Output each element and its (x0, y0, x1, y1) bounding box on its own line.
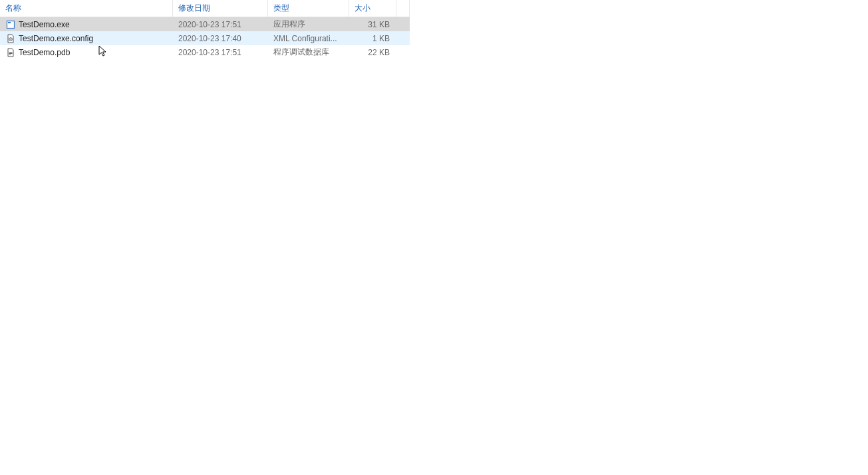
pdb-file-icon (5, 47, 16, 58)
file-row[interactable]: TestDemo.exe 2020-10-23 17:51 应用程序 31 KB (0, 17, 410, 31)
file-date-cell: 2020-10-23 17:51 (173, 45, 268, 59)
file-name-label: TestDemo.exe (19, 20, 70, 29)
file-type-cell: XML Configurati... (268, 31, 349, 45)
column-header-type[interactable]: 类型 (268, 0, 349, 17)
file-name-cell: TestDemo.pdb (0, 45, 173, 59)
config-file-icon (5, 33, 16, 44)
column-header-name-label: 名称 (5, 3, 21, 14)
column-header-row: 名称 修改日期 类型 大小 (0, 0, 410, 17)
column-header-name[interactable]: 名称 (0, 0, 173, 17)
file-date-cell: 2020-10-23 17:40 (173, 31, 268, 45)
file-date-cell: 2020-10-23 17:51 (173, 17, 268, 31)
svg-rect-6 (9, 55, 11, 55)
file-size-cell: 31 KB (349, 17, 396, 31)
svg-rect-5 (9, 53, 13, 54)
file-name-cell: TestDemo.exe.config (0, 31, 173, 45)
file-name-cell: TestDemo.exe (0, 17, 173, 31)
svg-point-3 (10, 39, 11, 40)
file-type-cell: 程序调试数据库 (268, 45, 349, 59)
column-header-type-label: 类型 (273, 3, 289, 14)
exe-file-icon (5, 19, 16, 30)
file-row[interactable]: TestDemo.exe.config 2020-10-23 17:40 XML… (0, 31, 410, 45)
svg-rect-4 (9, 52, 13, 53)
file-size-cell: 22 KB (349, 45, 396, 59)
file-row[interactable]: TestDemo.pdb 2020-10-23 17:51 程序调试数据库 22… (0, 45, 410, 59)
file-name-label: TestDemo.exe.config (19, 34, 93, 43)
column-header-tail (396, 0, 410, 17)
file-list-pane[interactable]: 名称 修改日期 类型 大小 TestDemo.exe 2020-10-23 17… (0, 0, 410, 59)
column-header-size-label: 大小 (355, 3, 370, 14)
file-size-cell: 1 KB (349, 31, 396, 45)
svg-rect-1 (8, 22, 11, 23)
file-name-label: TestDemo.pdb (19, 48, 70, 57)
file-type-cell: 应用程序 (268, 17, 349, 31)
column-header-date-label: 修改日期 (178, 3, 210, 14)
column-header-size[interactable]: 大小 (349, 0, 396, 17)
column-header-date[interactable]: 修改日期 (173, 0, 268, 17)
